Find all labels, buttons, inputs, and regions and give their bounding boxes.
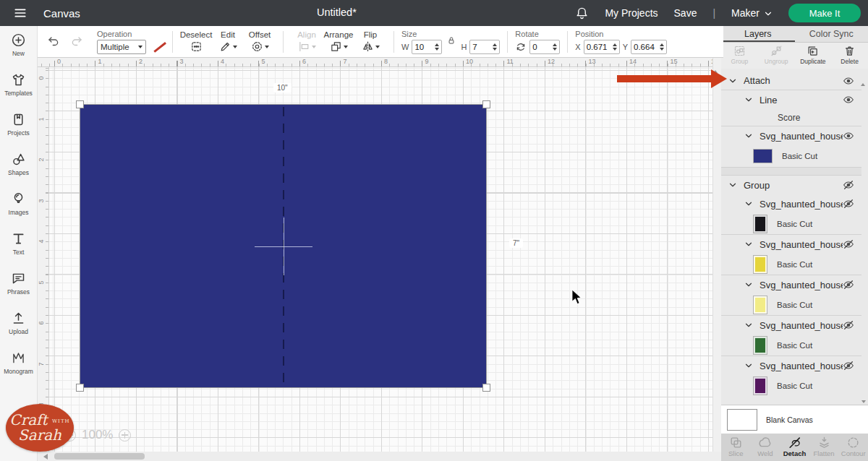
- chevron-down-icon[interactable]: [744, 321, 753, 329]
- flatten-button[interactable]: Flatten: [809, 434, 839, 461]
- canvas-grid[interactable]: 10" 7": [49, 67, 712, 461]
- machine-select[interactable]: Maker: [731, 7, 773, 19]
- chevron-down-icon[interactable]: [744, 361, 753, 370]
- visibility-off-icon[interactable]: [843, 198, 854, 210]
- offset-button[interactable]: Offset: [244, 30, 276, 53]
- layer-row-svg-haunted-house[interactable]: Svg_haunted_house_...: [721, 235, 861, 254]
- cut-row[interactable]: Basic Cut: [721, 213, 861, 235]
- width-input[interactable]: 10: [412, 40, 442, 54]
- resize-handle-bottom-right[interactable]: [482, 384, 490, 392]
- redo-icon[interactable]: [69, 35, 84, 48]
- scroll-thumb[interactable]: [54, 453, 145, 460]
- cut-row[interactable]: Basic Cut: [721, 294, 861, 316]
- notifications-bell-icon[interactable]: [575, 7, 589, 20]
- visibility-off-icon[interactable]: [843, 238, 854, 250]
- canvas-vertical-scrollbar[interactable]: [712, 58, 721, 452]
- layer-thumbnail[interactable]: [753, 296, 767, 314]
- width-stepper[interactable]: [435, 43, 439, 51]
- menu-icon[interactable]: [12, 7, 29, 19]
- deselect-button[interactable]: Deselect: [180, 30, 212, 53]
- canvas-horizontal-scrollbar[interactable]: [38, 452, 721, 461]
- layer-thumbnail[interactable]: [753, 215, 767, 233]
- blank-canvas-row[interactable]: Blank Canvas: [721, 405, 868, 434]
- sidebar-item-shapes[interactable]: Shapes: [0, 145, 37, 185]
- visibility-off-icon[interactable]: [843, 319, 854, 331]
- chevron-down-icon[interactable]: [744, 199, 753, 208]
- layer-thumbnail[interactable]: [753, 149, 773, 163]
- save-link[interactable]: Save: [674, 7, 697, 19]
- sidebar-item-projects[interactable]: Projects: [0, 105, 37, 145]
- scroll-up-icon[interactable]: [861, 71, 865, 86]
- resize-handle-bottom-left[interactable]: [76, 384, 84, 392]
- layer-row-svg-haunted-house[interactable]: Svg_haunted_house_...: [721, 356, 861, 375]
- height-input[interactable]: 7: [469, 40, 500, 54]
- my-projects-link[interactable]: My Projects: [605, 7, 658, 19]
- cut-row[interactable]: Basic Cut: [721, 375, 861, 397]
- visibility-off-icon[interactable]: [843, 179, 854, 191]
- resize-handle-top-left[interactable]: [76, 100, 84, 108]
- visibility-off-icon[interactable]: [843, 279, 854, 290]
- linetype-row-score[interactable]: Score: [721, 109, 861, 126]
- resize-handle-top-right[interactable]: [482, 100, 490, 108]
- scroll-down-icon[interactable]: [861, 400, 866, 403]
- layer-row-svg-haunted-house[interactable]: Svg_haunted_house_...: [721, 126, 861, 145]
- layer-row-attach[interactable]: Attach: [721, 72, 861, 90]
- sidebar-item-images[interactable]: Images: [0, 185, 37, 225]
- contour-button[interactable]: Contour: [838, 434, 868, 461]
- tab-color-sync[interactable]: Color Sync: [795, 26, 868, 42]
- layer-row-svg-haunted-house[interactable]: Svg_haunted_house_...: [721, 275, 861, 294]
- chevron-down-icon[interactable]: [744, 240, 753, 249]
- sidebar-item-upload[interactable]: Upload: [0, 304, 37, 344]
- duplicate-button[interactable]: Duplicate: [795, 43, 832, 69]
- operation-select[interactable]: Multiple: [97, 40, 146, 54]
- scroll-left-icon[interactable]: [43, 454, 48, 460]
- x-stepper[interactable]: [613, 43, 617, 51]
- layer-thumbnail[interactable]: [753, 255, 767, 274]
- sidebar-item-monogram[interactable]: Monogram: [0, 344, 37, 384]
- make-it-button[interactable]: Make It: [788, 4, 861, 22]
- cut-row[interactable]: Basic Cut: [721, 335, 861, 356]
- detach-button[interactable]: Detach: [780, 434, 809, 461]
- slice-button[interactable]: Slice: [721, 434, 751, 461]
- ungroup-button[interactable]: Ungroup: [758, 43, 795, 69]
- edit-button[interactable]: Edit: [212, 30, 244, 53]
- sidebar-item-templates[interactable]: Templates: [0, 66, 37, 105]
- layer-thumbnail[interactable]: [753, 336, 767, 355]
- visibility-on-icon[interactable]: [843, 75, 854, 87]
- chevron-down-icon[interactable]: [744, 132, 753, 140]
- chevron-down-icon[interactable]: [744, 280, 753, 289]
- delete-button[interactable]: Delete: [831, 43, 868, 69]
- chevron-down-icon[interactable]: [728, 77, 737, 85]
- layer-row-svg-haunted-house[interactable]: Svg_haunted_house_...: [721, 316, 861, 335]
- cut-row[interactable]: Basic Cut: [721, 145, 861, 167]
- y-position-input[interactable]: 0.664: [631, 40, 667, 54]
- flip-button[interactable]: Flip: [354, 30, 386, 53]
- group-button[interactable]: Group: [721, 43, 758, 69]
- chevron-down-icon[interactable]: [728, 181, 737, 189]
- chevron-down-icon[interactable]: [744, 95, 753, 104]
- sidebar-item-phrases[interactable]: Phrases: [0, 264, 37, 304]
- zoom-in-button[interactable]: [119, 429, 131, 441]
- arrange-button[interactable]: Arrange: [323, 30, 354, 53]
- rotate-icon[interactable]: [515, 41, 527, 53]
- sidebar-item-text[interactable]: Text: [0, 225, 37, 264]
- height-stepper[interactable]: [493, 43, 497, 51]
- rotate-input[interactable]: 0: [529, 40, 560, 54]
- visibility-off-icon[interactable]: [843, 360, 854, 371]
- undo-icon[interactable]: [46, 35, 61, 48]
- lock-icon[interactable]: [446, 35, 456, 46]
- weld-button[interactable]: Weld: [751, 434, 780, 461]
- layer-row-line[interactable]: Line: [721, 90, 861, 109]
- document-title[interactable]: Untitled*: [317, 7, 357, 18]
- cut-row[interactable]: Basic Cut: [721, 254, 861, 275]
- visibility-on-icon[interactable]: [843, 94, 854, 105]
- visibility-on-icon[interactable]: [843, 130, 854, 142]
- tab-layers[interactable]: Layers: [721, 26, 795, 42]
- align-button[interactable]: Align: [291, 30, 323, 53]
- layer-thumbnail[interactable]: [753, 376, 767, 395]
- panel-scrollbar[interactable]: [861, 71, 867, 403]
- canvas-color-swatch[interactable]: [727, 409, 757, 431]
- linetype-color-swatch[interactable]: [152, 41, 165, 53]
- layer-row-svg-haunted-house[interactable]: Svg_haunted_house_...: [721, 194, 861, 213]
- x-position-input[interactable]: 0.671: [584, 40, 620, 54]
